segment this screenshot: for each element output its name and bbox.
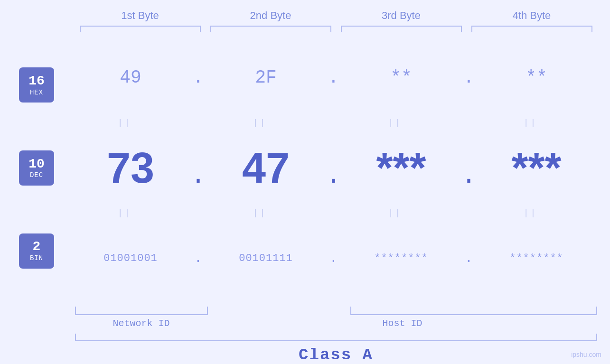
hex-cell-3: ** bbox=[343, 67, 460, 88]
class-label: Class A bbox=[299, 346, 373, 364]
hex-value-4: ** bbox=[526, 67, 547, 88]
bin-row: 01001001 . 00101111 . ******** . *******… bbox=[66, 220, 601, 297]
class-label-container: Class A bbox=[75, 346, 597, 364]
hex-cell-2: 2F bbox=[208, 67, 324, 88]
hex-value-3: ** bbox=[390, 67, 412, 88]
dec-row: 73 . 47 . *** . *** bbox=[66, 130, 601, 207]
bin-value-2: 00101111 bbox=[239, 252, 293, 264]
dec-badge: 10 DEC bbox=[19, 150, 54, 186]
hex-badge: 16 HEX bbox=[19, 67, 54, 103]
network-id-label: Network ID bbox=[75, 318, 208, 329]
dec-cell-2: 47 bbox=[208, 144, 324, 193]
content-area: 16 HEX 10 DEC 2 BIN 49 . bbox=[0, 34, 610, 302]
bin-value-3: ******** bbox=[374, 252, 428, 264]
bin-value-4: ******** bbox=[509, 252, 563, 264]
top-brackets bbox=[75, 26, 597, 34]
dec-cell-4: *** bbox=[479, 144, 595, 193]
bracket-1 bbox=[80, 26, 201, 32]
hex-badge-num: 16 bbox=[28, 74, 45, 89]
byte-header-1: 1st Byte bbox=[75, 9, 206, 26]
byte-headers-row: 1st Byte 2nd Byte 3rd Byte 4th Byte bbox=[75, 9, 597, 26]
hex-cell-4: ** bbox=[479, 67, 595, 88]
network-bracket bbox=[75, 307, 208, 315]
bracket-2 bbox=[210, 26, 331, 32]
badges-column: 16 HEX 10 DEC 2 BIN bbox=[0, 34, 66, 302]
host-id-label: Host ID bbox=[208, 318, 597, 329]
bin-cell-1: 01001001 bbox=[73, 252, 189, 264]
data-grid: 49 . 2F . ** . ** bbox=[66, 34, 610, 302]
equals-2-b3: || bbox=[337, 208, 453, 218]
dec-value-2: 47 bbox=[242, 144, 290, 192]
hex-dot-1: . bbox=[189, 67, 208, 88]
hex-cell-1: 49 bbox=[73, 67, 189, 88]
sep-row-1: || || || || bbox=[66, 116, 589, 130]
id-labels-row: Network ID Host ID bbox=[75, 318, 597, 329]
big-bracket bbox=[75, 334, 597, 341]
hex-cells: 49 . 2F . ** . ** bbox=[73, 67, 595, 88]
dec-badge-num: 10 bbox=[28, 157, 45, 172]
hex-row: 49 . 2F . ** . ** bbox=[66, 39, 601, 116]
bin-badge-num: 2 bbox=[33, 240, 41, 254]
byte-header-4: 4th Byte bbox=[467, 9, 597, 26]
bracket-3 bbox=[341, 26, 462, 32]
equals-2-b1: || bbox=[66, 208, 183, 218]
dec-cell-1: 73 bbox=[73, 144, 189, 193]
bracket-4 bbox=[471, 26, 592, 32]
dec-value-1: 73 bbox=[107, 144, 154, 192]
host-bracket bbox=[350, 307, 597, 315]
dec-dot-1: . bbox=[189, 150, 208, 193]
hex-dot-3: . bbox=[460, 67, 479, 88]
bin-value-1: 01001001 bbox=[103, 252, 158, 264]
dec-badge-label: DEC bbox=[30, 171, 43, 179]
equals-cells-2: || || || || bbox=[66, 208, 589, 218]
bin-badge: 2 BIN bbox=[19, 233, 54, 269]
equals-1-b2: || bbox=[202, 118, 318, 128]
dec-cells: 73 . 47 . *** . *** bbox=[73, 144, 595, 193]
bin-badge-label: BIN bbox=[30, 254, 43, 262]
bin-dot-2: . bbox=[324, 251, 343, 266]
equals-1-b1: || bbox=[66, 118, 183, 128]
dec-cell-3: *** bbox=[343, 144, 460, 193]
dec-value-4: *** bbox=[511, 144, 561, 192]
bin-cell-2: 00101111 bbox=[208, 252, 324, 264]
bin-cells: 01001001 . 00101111 . ******** . *******… bbox=[73, 251, 595, 266]
equals-2-b2: || bbox=[202, 208, 318, 218]
bottom-brackets-container bbox=[75, 302, 597, 315]
hex-value-2: 2F bbox=[255, 67, 277, 88]
hex-value-1: 49 bbox=[120, 67, 141, 88]
sep-row-2: || || || || bbox=[66, 206, 589, 220]
dec-dot-2: . bbox=[324, 150, 343, 193]
byte-header-2: 2nd Byte bbox=[206, 9, 336, 26]
equals-2-b4: || bbox=[472, 208, 589, 218]
bin-cell-4: ******** bbox=[479, 252, 595, 264]
hex-badge-label: HEX bbox=[30, 89, 43, 96]
equals-cells-1: || || || || bbox=[66, 118, 589, 128]
equals-1-b3: || bbox=[337, 118, 453, 128]
dec-value-3: *** bbox=[376, 144, 426, 192]
bin-cell-3: ******** bbox=[343, 252, 460, 264]
main-container: 1st Byte 2nd Byte 3rd Byte 4th Byte 16 H… bbox=[0, 0, 610, 364]
hex-dot-2: . bbox=[324, 67, 343, 88]
dec-dot-3: . bbox=[460, 150, 479, 193]
watermark: ipshu.com bbox=[571, 351, 601, 358]
big-bracket-container bbox=[75, 334, 597, 341]
byte-header-3: 3rd Byte bbox=[336, 9, 467, 26]
bin-dot-3: . bbox=[460, 251, 479, 266]
equals-1-b4: || bbox=[472, 118, 589, 128]
bin-dot-1: . bbox=[189, 251, 208, 266]
